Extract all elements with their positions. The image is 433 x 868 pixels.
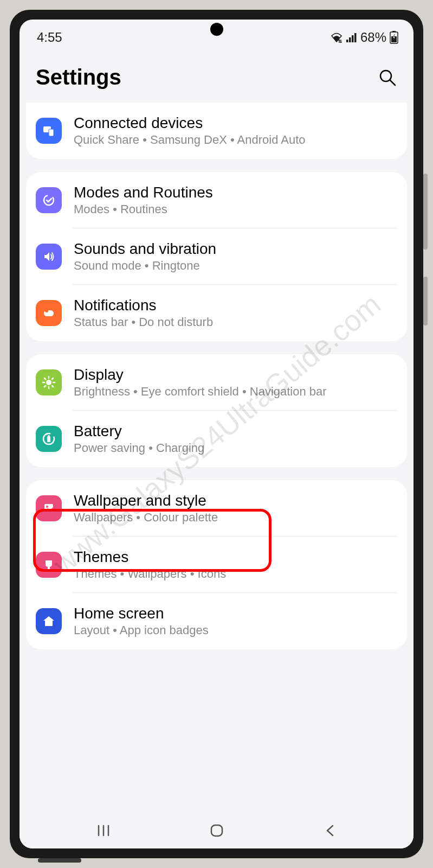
item-text: Modes and Routines Modes • Routines: [74, 184, 397, 216]
item-subtitle: Layout • App icon badges: [74, 623, 397, 637]
settings-group: Wallpaper and style Wallpapers • Colour …: [26, 480, 407, 649]
item-text: Sounds and vibration Sound mode • Ringto…: [74, 240, 397, 273]
item-text: Wallpaper and style Wallpapers • Colour …: [74, 492, 397, 525]
item-text: Connected devices Quick Share • Samsung …: [74, 114, 397, 147]
svg-rect-0: [346, 40, 348, 42]
item-subtitle: Themes • Wallpapers • Icons: [74, 567, 397, 581]
camera-punch-hole: [210, 23, 223, 36]
home-nav-icon: [209, 823, 224, 838]
svg-rect-32: [211, 825, 222, 836]
nav-home-button[interactable]: [195, 823, 238, 838]
phone-power-button: [423, 277, 428, 326]
svg-point-27: [46, 506, 48, 508]
settings-item-sounds[interactable]: Sounds and vibration Sound mode • Ringto…: [26, 228, 407, 285]
settings-group: Display Brightness • Eye comfort shield …: [26, 354, 407, 467]
phone-frame: www.GalaxyS24UltraGuide.com 4:55 68% Set…: [10, 10, 423, 858]
item-title: Themes: [74, 548, 397, 566]
header: Settings: [20, 47, 413, 103]
nav-back-button[interactable]: [308, 824, 352, 838]
svg-line-22: [52, 378, 53, 379]
settings-item-themes[interactable]: Themes Themes • Wallpapers • Icons: [26, 537, 407, 593]
search-icon: [378, 68, 397, 87]
themes-icon: [36, 552, 62, 578]
signal-icon: [346, 33, 357, 42]
svg-rect-28: [48, 566, 50, 570]
item-subtitle: Sound mode • Ringtone: [74, 259, 397, 273]
nav-recents-button[interactable]: [82, 822, 125, 839]
status-time: 4:55: [37, 30, 62, 45]
settings-item-battery[interactable]: Battery Power saving • Charging: [26, 411, 407, 467]
home-icon: [36, 608, 62, 634]
battery-icon: [390, 31, 398, 44]
svg-point-14: [46, 380, 51, 385]
wallpaper-icon: [36, 495, 62, 521]
item-subtitle: Status bar • Do not disturb: [74, 315, 397, 329]
modes-icon: [36, 187, 62, 213]
settings-item-home-screen[interactable]: Home screen Layout • App icon badges: [26, 593, 407, 649]
item-title: Notifications: [74, 297, 397, 314]
item-title: Display: [74, 366, 397, 384]
item-title: Connected devices: [74, 114, 397, 132]
settings-list[interactable]: Connected devices Quick Share • Samsung …: [20, 103, 413, 813]
item-text: Display Brightness • Eye comfort shield …: [74, 366, 397, 399]
wifi-icon: [330, 32, 343, 43]
settings-item-modes-routines[interactable]: Modes and Routines Modes • Routines: [26, 172, 407, 228]
display-icon: [36, 369, 62, 395]
battery-settings-icon: [36, 426, 62, 452]
settings-item-notifications[interactable]: Notifications Status bar • Do not distur…: [26, 285, 407, 341]
item-subtitle: Wallpapers • Colour palette: [74, 510, 397, 525]
item-title: Battery: [74, 423, 397, 440]
recents-icon: [95, 822, 112, 839]
item-title: Wallpaper and style: [74, 492, 397, 509]
item-text: Themes Themes • Wallpapers • Icons: [74, 548, 397, 581]
svg-line-8: [390, 80, 395, 85]
svg-rect-25: [48, 435, 50, 436]
item-subtitle: Brightness • Eye comfort shield • Naviga…: [74, 385, 397, 399]
svg-line-20: [52, 386, 53, 387]
phone-bottom-accent: [38, 858, 81, 863]
battery-percent: 68%: [360, 30, 386, 45]
settings-item-connected-devices[interactable]: Connected devices Quick Share • Samsung …: [26, 103, 407, 159]
item-text: Battery Power saving • Charging: [74, 423, 397, 455]
screen: www.GalaxyS24UltraGuide.com 4:55 68% Set…: [20, 20, 413, 848]
svg-line-19: [44, 378, 46, 379]
settings-item-wallpaper[interactable]: Wallpaper and style Wallpapers • Colour …: [26, 480, 407, 537]
settings-item-display[interactable]: Display Brightness • Eye comfort shield …: [26, 354, 407, 411]
svg-rect-24: [47, 436, 50, 442]
svg-rect-3: [354, 33, 357, 42]
item-subtitle: Modes • Routines: [74, 202, 397, 216]
notifications-icon: [36, 300, 62, 326]
item-text: Notifications Status bar • Do not distur…: [74, 297, 397, 329]
svg-point-11: [44, 195, 54, 205]
item-title: Modes and Routines: [74, 184, 397, 201]
item-text: Home screen Layout • App icon badges: [74, 605, 397, 637]
item-subtitle: Power saving • Charging: [74, 441, 397, 455]
settings-group: Modes and Routines Modes • Routines Soun…: [26, 172, 407, 341]
svg-line-21: [44, 386, 46, 387]
svg-rect-1: [349, 37, 351, 42]
status-right: 68%: [330, 30, 398, 45]
item-title: Sounds and vibration: [74, 240, 397, 258]
connected-devices-icon: [36, 118, 62, 144]
svg-point-7: [380, 71, 391, 81]
search-button[interactable]: [378, 68, 397, 87]
svg-rect-10: [49, 129, 54, 136]
navigation-bar: [20, 813, 413, 848]
item-subtitle: Quick Share • Samsung DeX • Android Auto: [74, 133, 397, 147]
back-icon: [323, 824, 337, 838]
settings-group: Connected devices Quick Share • Samsung …: [26, 103, 407, 159]
svg-rect-2: [352, 35, 354, 42]
item-title: Home screen: [74, 605, 397, 622]
svg-point-13: [45, 309, 48, 312]
page-title: Settings: [36, 65, 121, 90]
phone-volume-button: [423, 174, 428, 250]
sound-icon: [36, 244, 62, 270]
